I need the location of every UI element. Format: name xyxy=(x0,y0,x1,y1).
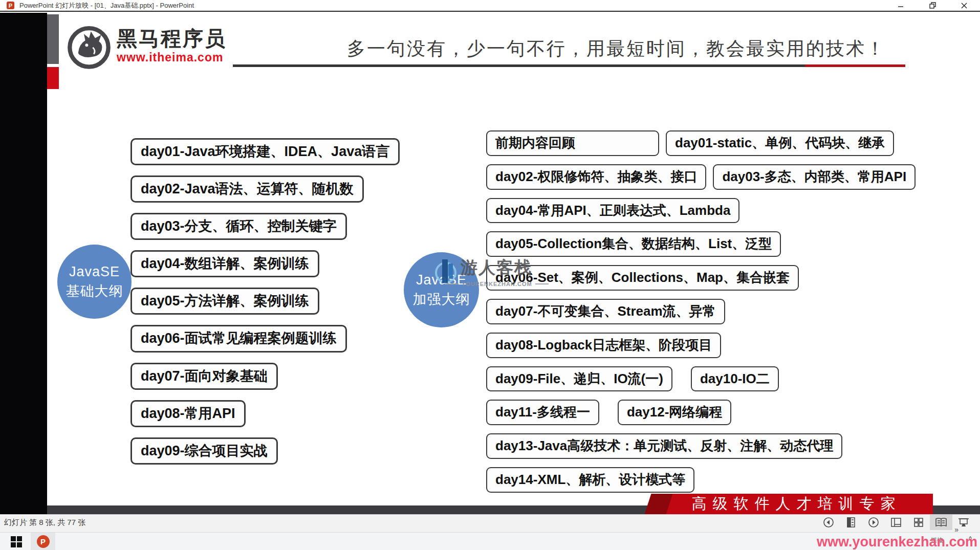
horse-icon xyxy=(66,23,113,70)
left-outline-circle: JavaSE 基础大纲 xyxy=(57,245,132,319)
restore-button[interactable] xyxy=(917,0,948,11)
reading-view-button[interactable] xyxy=(930,515,952,530)
course-item: day07-面向对象基础 xyxy=(130,363,278,390)
course-item: day04-数组详解、案例训练 xyxy=(130,250,319,277)
restore-icon xyxy=(929,2,936,9)
banner-text: 高级软件人才培训专家 xyxy=(692,494,902,514)
reading-view-icon xyxy=(935,517,947,527)
course-item: 前期内容回顾 xyxy=(486,130,659,156)
course-item: day05-方法详解、案例训练 xyxy=(130,288,319,315)
normal-view-icon xyxy=(890,517,902,527)
site-watermark: www.yourenkezhan.com xyxy=(817,534,977,550)
minimize-button[interactable] xyxy=(885,0,917,11)
slide-counter: 幻灯片 第 8 张, 共 77 张 xyxy=(4,518,85,527)
course-item: day09-综合项目实战 xyxy=(130,437,278,465)
slide-sorter-icon xyxy=(913,517,924,527)
next-slide-button[interactable] xyxy=(862,515,885,530)
accent-bar-red xyxy=(47,67,59,89)
slide-tagline: 多一句没有，少一句不行，用最短时间，教会最实用的技术！ xyxy=(347,36,886,61)
right-outline-list: 前期内容回顾 day01-static、单例、代码块、继承 day02-权限修饰… xyxy=(486,130,916,493)
close-icon xyxy=(961,3,967,9)
brand-logo: 黑马程序员 www.itheima.com xyxy=(66,23,227,70)
right-circle-line2: 加强大纲 xyxy=(413,290,470,310)
watermark-site: YOURENKEZHAN.COM xyxy=(462,281,532,287)
tagline-underline xyxy=(233,64,805,67)
powerpoint-taskbar-icon: P xyxy=(37,535,50,548)
course-item: day10-IO二 xyxy=(691,366,779,392)
course-item: day08-Logback日志框架、阶段项目 xyxy=(486,333,721,358)
course-item: day09-File、递归、IO流(一) xyxy=(486,366,672,392)
course-item: day02-权限修饰符、抽象类、接口 xyxy=(486,164,706,190)
windows-logo-icon xyxy=(11,536,22,547)
left-circle-line2: 基础大纲 xyxy=(66,282,123,301)
letterbox-left xyxy=(0,13,47,514)
course-item: day07-不可变集合、Stream流、异常 xyxy=(486,299,725,324)
watermark: 游人客栈 YOURENKEZHAN.COM xyxy=(435,256,549,288)
left-circle-line1: JavaSE xyxy=(69,262,120,282)
slide-menu-button[interactable] xyxy=(840,515,862,530)
window-title: PowerPoint 幻灯片放映 - [01、Java基础.pptx] - Po… xyxy=(19,1,194,10)
course-item: day03-多态、内部类、常用API xyxy=(713,164,916,190)
course-item: day02-Java语法、运算符、随机数 xyxy=(130,175,364,203)
course-item: day01-static、单例、代码块、继承 xyxy=(666,130,894,156)
slideshow-icon xyxy=(958,517,969,527)
course-item: day01-Java环境搭建、IDEA、Java语言 xyxy=(130,138,400,165)
watermark-dash xyxy=(535,283,549,284)
training-banner: 高级软件人才培训专家 xyxy=(660,494,933,514)
course-item: day12-网络编程 xyxy=(618,400,731,425)
menu-icon xyxy=(846,517,856,528)
course-item: day03-分支、循环、控制关键字 xyxy=(130,213,347,240)
taskbar-powerpoint-button[interactable]: P xyxy=(31,533,55,550)
taskbar: P 链接 ^ www.yourenkezhan.com xyxy=(0,532,980,550)
course-item: day11-多线程一 xyxy=(486,400,599,425)
course-item: day14-XML、解析、设计模式等 xyxy=(486,467,694,493)
watermark-dash xyxy=(445,283,459,284)
tagline-underline-red-segment xyxy=(805,64,905,67)
course-item: day05-Collection集合、数据结构、List、泛型 xyxy=(486,231,781,257)
next-slide-icon xyxy=(868,517,879,528)
slide-stage: 黑马程序员 www.itheima.com 多一句没有，少一句不行，用最短时间，… xyxy=(0,13,980,514)
minimize-icon xyxy=(898,3,904,9)
watermark-name: 游人客栈 xyxy=(461,256,549,279)
accent-bar-gray xyxy=(47,14,59,64)
close-button[interactable] xyxy=(948,0,980,11)
brand-site: www.itheima.com xyxy=(117,51,227,64)
start-button[interactable] xyxy=(5,534,28,549)
course-item: day08-常用API xyxy=(130,400,246,427)
course-item: day06-面试常见编程案例题训练 xyxy=(130,325,347,352)
prev-slide-button[interactable] xyxy=(817,515,840,530)
brand-name: 黑马程序员 xyxy=(117,27,227,50)
course-item: day13-Java高级技术：单元测试、反射、注解、动态代理 xyxy=(486,433,842,459)
title-bar: P PowerPoint 幻灯片放映 - [01、Java基础.pptx] - … xyxy=(0,0,980,12)
status-bar: 幻灯片 第 8 张, 共 77 张 xyxy=(0,514,980,532)
prev-slide-icon xyxy=(823,517,834,528)
slide-sorter-button[interactable] xyxy=(907,515,930,530)
left-outline-list: day01-Java环境搭建、IDEA、Java语言 day02-Java语法、… xyxy=(130,138,400,465)
normal-view-button[interactable] xyxy=(885,515,907,530)
powerpoint-app-icon: P xyxy=(7,2,14,9)
course-item: day04-常用API、正则表达式、Lambda xyxy=(486,198,739,224)
